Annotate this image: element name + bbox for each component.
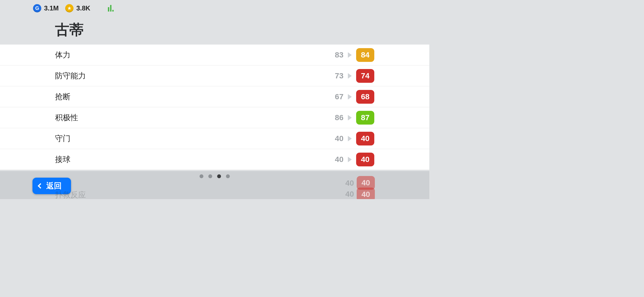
- currency-g: G 3.1M: [33, 4, 59, 12]
- stat-label: 防守能力: [55, 71, 86, 81]
- triangle-right-icon: [348, 136, 352, 141]
- stat-values: 8687: [331, 111, 374, 125]
- triangle-right-icon: [348, 157, 352, 162]
- page-dots[interactable]: [200, 174, 230, 178]
- ghost-row1-old-value: 40: [345, 179, 354, 188]
- page-dot[interactable]: [226, 174, 230, 178]
- currency-g-value: 3.1M: [44, 4, 59, 12]
- triangle-right-icon: [348, 115, 352, 120]
- stat-label: 体力: [55, 50, 70, 60]
- stat-new-badge: 40: [356, 153, 374, 166]
- triangle-right-icon: [348, 94, 352, 100]
- stat-values: 4040: [331, 132, 374, 145]
- g-coin-icon: G: [33, 4, 41, 12]
- signal-bars-icon[interactable]: [108, 5, 114, 12]
- stat-values: 8384: [331, 48, 374, 62]
- stat-old-value: 40: [331, 155, 343, 164]
- stat-label: 积极性: [55, 112, 78, 123]
- stat-row[interactable]: 积极性8687: [0, 107, 429, 128]
- stat-values: 6768: [331, 90, 374, 104]
- footer-bar: 返回 40 40 扑救反应 40 40: [0, 171, 429, 199]
- stat-old-value: 67: [331, 92, 343, 101]
- currency-star: ★ 3.8K: [65, 4, 90, 12]
- triangle-right-icon: [348, 73, 352, 79]
- stat-new-badge: 84: [356, 48, 374, 62]
- ghost-row2-new-badge: 40: [357, 188, 375, 199]
- stats-panel[interactable]: 体力8384防守能力7374抢断6768积极性8687守门4040接球4040: [0, 45, 429, 170]
- stat-old-value: 83: [331, 51, 343, 59]
- stat-label: 守门: [55, 133, 70, 144]
- stat-label: 抢断: [55, 92, 70, 102]
- stat-new-badge: 74: [356, 69, 374, 83]
- stat-old-value: 40: [331, 134, 343, 143]
- stat-row[interactable]: 体力8384: [0, 45, 429, 65]
- player-name-title: 古蒂: [0, 13, 429, 45]
- stat-row[interactable]: 接球4040: [0, 149, 429, 170]
- ghost-row2-old-value: 40: [345, 190, 354, 199]
- stat-row[interactable]: 抢断6768: [0, 86, 429, 107]
- stat-row[interactable]: 守门4040: [0, 128, 429, 149]
- stat-new-badge: 40: [356, 132, 374, 145]
- stat-values: 4040: [331, 153, 374, 166]
- page-dot[interactable]: [217, 174, 221, 178]
- page-dot[interactable]: [200, 174, 203, 178]
- triangle-right-icon: [348, 52, 352, 58]
- stat-old-value: 73: [331, 72, 343, 80]
- chevron-left-icon: [38, 183, 43, 189]
- top-bar: G 3.1M ★ 3.8K: [0, 0, 429, 13]
- star-coin-icon: ★: [65, 4, 73, 12]
- ghost-row2-label: 扑救反应: [55, 190, 86, 199]
- stat-row[interactable]: 防守能力7374: [0, 65, 429, 86]
- page-dot[interactable]: [208, 174, 212, 178]
- stat-new-badge: 68: [356, 90, 374, 104]
- stat-values: 7374: [331, 69, 374, 83]
- stat-old-value: 86: [331, 113, 343, 122]
- stat-label: 接球: [55, 154, 70, 165]
- currency-star-value: 3.8K: [76, 4, 90, 12]
- stat-new-badge: 87: [356, 111, 374, 125]
